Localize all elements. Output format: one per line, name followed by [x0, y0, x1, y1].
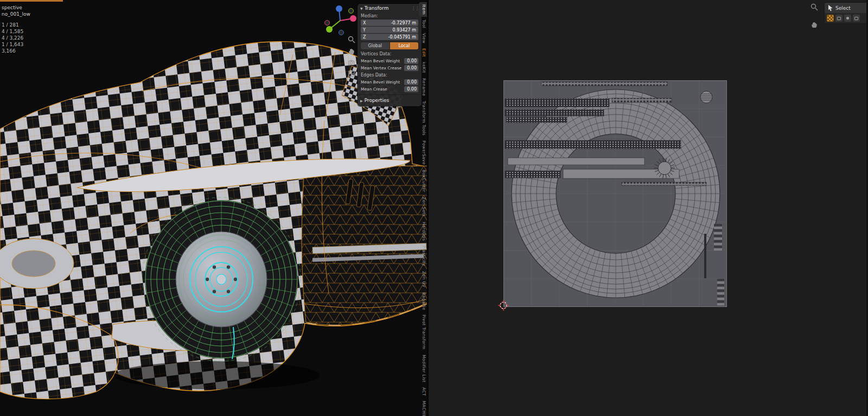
edge-bevel-weight-row: Mean Bevel Weight 0.00: [361, 79, 418, 85]
collapse-caret-icon: ▼: [360, 7, 363, 10]
sidebar-tab-powersave[interactable]: PowerSave: [419, 138, 427, 167]
3d-viewport[interactable]: spective no_001_low 1 / 2814 / 1,5854 / …: [0, 0, 429, 416]
properties-panel-header[interactable]: ▶ Properties: [358, 96, 422, 105]
pin-icon[interactable]: [844, 15, 851, 22]
sidebar-tab-column: ItemToolViewEditkeKitRenameTransform Too…: [419, 2, 427, 416]
sidebar-tab-pivot-transform[interactable]: Pivot Transform: [419, 312, 427, 351]
grid-ortho-icon[interactable]: [348, 70, 355, 78]
axis-y-label: Y: [363, 28, 366, 33]
sidebar-tab-zen-sets[interactable]: Zen Sets: [419, 195, 427, 219]
sidebar-tab-kekit[interactable]: keKit: [419, 60, 427, 75]
vertex-bevel-weight-field[interactable]: 0.00: [404, 58, 418, 64]
vertex-bevel-weight-row: Mean Bevel Weight 0.00: [361, 57, 418, 64]
cursor-arrow-icon: [827, 4, 833, 11]
panel-grip-icon[interactable]: ⋮⋮: [411, 6, 419, 11]
viewport-info-overlay: spective no_001_low 1 / 2814 / 1,5854 / …: [2, 4, 30, 54]
camera-icon[interactable]: [348, 59, 355, 66]
sidebar-tab-boxcutter[interactable]: BoxCutter: [419, 168, 427, 194]
median-y-field[interactable]: Y 0.93427 m: [361, 27, 418, 33]
sidebar-tab-item[interactable]: Item: [419, 2, 427, 17]
transform-panel-header[interactable]: ▼ Transform ⋮⋮: [358, 4, 422, 12]
transform-space-toggle: Global Local: [361, 42, 418, 49]
edge-crease-field[interactable]: 0.00: [404, 86, 418, 92]
sidebar-tab-plasticity[interactable]: Plasticity: [419, 244, 427, 268]
axis-z-label: Z: [363, 35, 366, 40]
select-tool-label: Select: [835, 5, 851, 11]
edge-bevel-weight-field[interactable]: 0.00: [404, 79, 418, 85]
vertices-data-label: Vertices Data:: [358, 50, 422, 57]
wheel-shadow: [114, 361, 320, 389]
view-perspective-label: spective: [2, 4, 30, 11]
axis-z-value: -0.045791 m: [388, 35, 416, 40]
transform-panel-title: Transform: [365, 5, 389, 11]
tool-icon-row: [825, 13, 866, 23]
navigation-gizmo[interactable]: [323, 2, 358, 39]
scene-statistics: 1 / 2814 / 1,5854 / 3,2261 / 1,6433,166: [2, 22, 30, 54]
sidebar-tab-bagapie[interactable]: BagaPie: [419, 290, 427, 312]
blender-window: spective no_001_low 1 / 2814 / 1,5854 / …: [0, 0, 868, 416]
panel-divider: [358, 94, 422, 95]
viewport-nav-buttons: [348, 36, 355, 78]
zoom-icon[interactable]: [348, 36, 355, 43]
properties-panel-title: Properties: [365, 98, 389, 103]
sidebar-tab-edit[interactable]: Edit: [419, 46, 427, 59]
edges-data-label: Edges Data:: [358, 72, 422, 78]
uv-checker-icon[interactable]: [827, 15, 834, 22]
axis-z-handle[interactable]: [336, 5, 342, 12]
stats-line: 4 / 3,226: [2, 35, 30, 41]
zoom-icon[interactable]: [810, 3, 818, 11]
hand-icon[interactable]: [348, 47, 355, 55]
axis-y-handle[interactable]: [326, 26, 333, 33]
sidebar-tab-view[interactable]: View: [419, 31, 427, 46]
stats-line: 4 / 1,585: [2, 28, 30, 35]
stats-line: 1 / 1,643: [2, 41, 30, 48]
sidebar-tab-tool[interactable]: Tool: [419, 17, 427, 30]
tool-popover: Select: [824, 2, 866, 24]
axis-x-handle[interactable]: [350, 15, 356, 22]
sidebar-tab-rename[interactable]: Rename: [419, 76, 427, 98]
global-button[interactable]: Global: [361, 42, 390, 49]
axis-x-value: -0.72977 m: [391, 21, 416, 25]
median-x-field[interactable]: X -0.72977 m: [361, 20, 418, 26]
sidebar-tab-hardops[interactable]: HardOps: [419, 220, 427, 243]
axis-z-neg-handle[interactable]: [339, 30, 344, 35]
sidebar-tab-act[interactable]: ACT: [419, 385, 427, 398]
hand-icon[interactable]: [810, 21, 818, 28]
image-icon[interactable]: [835, 15, 843, 22]
vertex-crease-row: Mean Vertex Crease 0.00: [361, 65, 418, 71]
uv-nav-buttons: [810, 3, 818, 28]
workspace-accent-bar: [0, 0, 63, 2]
axis-x-neg-handle[interactable]: [325, 21, 330, 25]
sidebar-tab-transform-tools[interactable]: Transform Tools: [419, 99, 427, 138]
axis-y-neg-handle[interactable]: [349, 9, 354, 14]
axis-x-label: X: [363, 21, 366, 25]
active-object-label: no_001_low: [2, 11, 30, 17]
select-tool-item[interactable]: Select: [825, 3, 866, 13]
axis-y-value: 0.93427 m: [393, 28, 416, 33]
median-z-field[interactable]: Z -0.045791 m: [361, 34, 418, 40]
vertex-crease-field[interactable]: 0.00: [404, 65, 418, 71]
sidebar-tab-zen-uv[interactable]: Zen UV: [419, 269, 427, 290]
local-button[interactable]: Local: [390, 42, 419, 49]
median-label: Median:: [358, 12, 422, 19]
expand-caret-icon: ▶: [360, 99, 363, 103]
uv-editor[interactable]: Select: [429, 0, 866, 416]
uv-2d-cursor[interactable]: [497, 299, 509, 313]
stats-line: 1 / 281: [2, 22, 30, 28]
sidebar-tab-machin3[interactable]: MACHIN3: [419, 399, 427, 416]
stats-line: 3,166: [2, 48, 30, 54]
edge-crease-row: Mean Crease 0.00: [361, 86, 418, 92]
sidebar-panel: ▼ Transform ⋮⋮ Median: X -0.72977 m Y 0.…: [358, 4, 422, 106]
sidebar-tab-modifier-list[interactable]: Modifier List: [419, 353, 427, 385]
overflow-icon[interactable]: [853, 15, 860, 22]
uv-canvas[interactable]: [503, 80, 727, 307]
